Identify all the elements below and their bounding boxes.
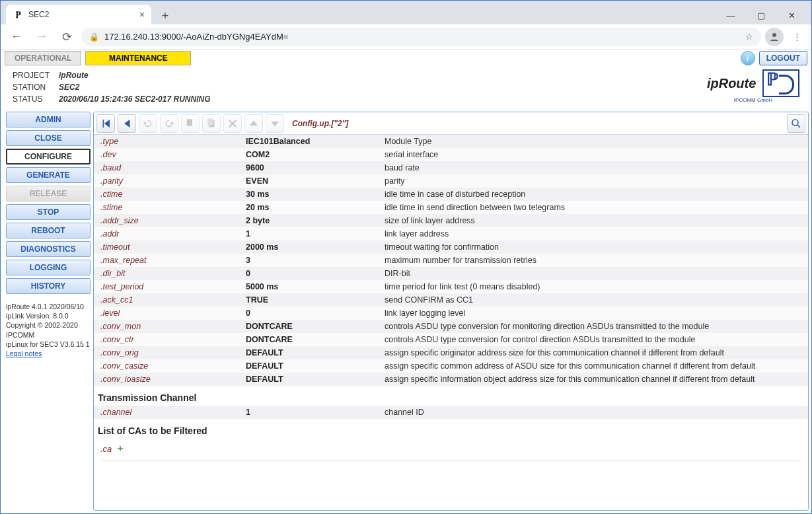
browser-toolbar: ← → ⟳ 🔒 172.16.240.13:9000/-AoAiZn-dbYGN… — [1, 24, 811, 50]
table-row[interactable]: .conv_ioasizeDEFAULTassign specific info… — [94, 373, 808, 386]
nav-forward-button[interactable]: → — [31, 26, 52, 48]
table-row[interactable]: .level0link layer logging level — [94, 307, 808, 320]
sidebar-item-generate[interactable]: GENERATE — [6, 167, 91, 183]
search-button[interactable] — [787, 114, 805, 133]
move-down-button[interactable] — [266, 114, 284, 133]
config-table: .typeIEC101BalancedModule Type.devCOM2se… — [94, 135, 808, 386]
table-row[interactable]: .addr_size2 bytesize of link layer addre… — [94, 214, 808, 227]
ca-key-label: .ca — [100, 444, 112, 454]
table-row[interactable]: .test_period5000 mstime period for link … — [94, 280, 808, 293]
sidebar-item-history[interactable]: HISTORY — [6, 278, 91, 294]
lock-icon: 🔒 — [89, 32, 99, 42]
browser-tab[interactable]: ℙ SEC2 × — [6, 5, 151, 24]
table-row[interactable]: .ctime30 msidle time in case of disturbe… — [94, 188, 808, 201]
browser-menu-button[interactable]: ⋮ — [788, 32, 806, 42]
nav-reload-button[interactable]: ⟳ — [56, 26, 77, 48]
table-row[interactable]: .channel 1 channel ID — [94, 406, 808, 419]
section-transmission-header: Transmission Channel — [94, 386, 808, 406]
section-ca-header: List of CAs to be Filtered — [94, 419, 808, 439]
table-row[interactable]: .conv_ctrDONTCAREcontrols ASDU type conv… — [94, 333, 808, 346]
brand-title: ipRoute — [707, 76, 756, 91]
table-row[interactable]: .stime20 msidle time in send direction b… — [94, 201, 808, 214]
config-toolbar: Config.up.["2"] — [94, 112, 808, 135]
sidebar-item-close[interactable]: CLOSE — [6, 130, 91, 146]
logout-button[interactable]: LOGOUT — [759, 51, 807, 65]
brand-logo-icon — [762, 69, 799, 97]
close-icon[interactable]: × — [139, 9, 145, 20]
window-minimize[interactable]: — — [716, 6, 745, 24]
omnibox[interactable]: 🔒 172.16.240.13:9000/-AoAiZn-dbYGNg4EAYd… — [81, 28, 761, 46]
window-close[interactable]: ✕ — [777, 6, 806, 24]
sidebar-item-release: RELEASE — [6, 186, 91, 202]
sidebar: ADMINCLOSECONFIGUREGENERATERELEASESTOPRE… — [6, 112, 91, 511]
table-row[interactable]: .baud9600baud rate — [94, 161, 808, 174]
sidebar-item-stop[interactable]: STOP — [6, 204, 91, 220]
omnibox-text: 172.16.240.13:9000/-AoAiZn-dbYGNg4EAYdM= — [104, 32, 740, 42]
table-row[interactable]: .timeout2000 mstimeout waiting for confi… — [94, 240, 808, 254]
info-icon[interactable]: i — [741, 51, 755, 65]
svg-rect-3 — [207, 118, 213, 126]
browser-tabstrip: ℙ SEC2 × + — ▢ ✕ — [1, 1, 811, 24]
mode-operational-tab[interactable]: OPERATIONAL — [5, 51, 81, 65]
table-row[interactable]: .devCOM2serial interface — [94, 148, 808, 161]
first-button[interactable] — [96, 114, 115, 133]
sidebar-item-configure[interactable]: CONFIGURE — [6, 149, 91, 165]
sidebar-item-admin[interactable]: ADMIN — [6, 112, 91, 128]
nav-back-button[interactable]: ← — [6, 26, 27, 48]
svg-rect-1 — [187, 119, 192, 126]
table-row[interactable]: .conv_casizeDEFAULTassign specific commo… — [94, 359, 808, 373]
table-row[interactable]: .typeIEC101BalancedModule Type — [94, 135, 808, 148]
delete-button[interactable] — [223, 114, 242, 133]
tab-title: SEC2 — [28, 10, 134, 19]
breadcrumb: Config.up.["2"] — [292, 119, 348, 128]
back-button[interactable] — [118, 114, 136, 133]
mode-maintenance-tab[interactable]: MAINTENANCE — [85, 51, 191, 65]
svg-point-4 — [792, 120, 798, 126]
move-up-button[interactable] — [244, 114, 263, 133]
profile-avatar[interactable] — [765, 28, 784, 46]
sidebar-item-diagnostics[interactable]: DIAGNOSTICS — [6, 241, 91, 257]
copy-button[interactable] — [181, 114, 200, 133]
plus-icon[interactable]: ＋ — [116, 443, 125, 455]
project-info: PROJECTipRoute STATIONSEC2 STATUS2020/06… — [7, 69, 215, 106]
table-row[interactable]: .addr1link layer address — [94, 227, 808, 240]
new-tab-button[interactable]: + — [157, 7, 174, 24]
config-panel: Config.up.["2"] .typeIEC101BalancedModul… — [93, 112, 809, 511]
sidebar-item-logging[interactable]: LOGGING — [6, 260, 91, 275]
brand-block: ipRoute IPCOMM GmbH — [707, 69, 805, 103]
table-row[interactable]: .parityEVENparity — [94, 174, 808, 188]
sidebar-item-reboot[interactable]: REBOOT — [6, 223, 91, 239]
table-row[interactable]: .conv_monDONTCAREcontrols ASDU type conv… — [94, 320, 808, 333]
transmission-table: .channel 1 channel ID — [94, 406, 808, 419]
redo-button[interactable] — [160, 114, 178, 133]
star-icon[interactable]: ☆ — [745, 32, 753, 42]
svg-point-0 — [772, 33, 776, 37]
paste-button[interactable] — [202, 114, 221, 133]
table-row[interactable]: .ack_cc1TRUEsend CONFIRM as CC1 — [94, 293, 808, 307]
tab-favicon: ℙ — [13, 9, 23, 20]
undo-button[interactable] — [139, 114, 157, 133]
divider — [100, 460, 801, 460]
table-row[interactable]: .dir_bit0DIR-bit — [94, 267, 808, 280]
window-maximize[interactable]: ▢ — [747, 6, 776, 24]
brand-subtitle: IPCOMM GmbH — [707, 97, 799, 103]
table-row[interactable]: .conv_origDEFAULTassign specific origina… — [94, 346, 808, 359]
legal-notes-link[interactable]: Legal notes — [6, 349, 42, 357]
ca-add-row[interactable]: .ca ＋ — [94, 439, 808, 459]
table-row[interactable]: .max_repeat3maximum number for transmiss… — [94, 254, 808, 267]
sidebar-footer: ipRoute 4.0.1 2020/06/10 ipLink Version:… — [6, 302, 91, 358]
